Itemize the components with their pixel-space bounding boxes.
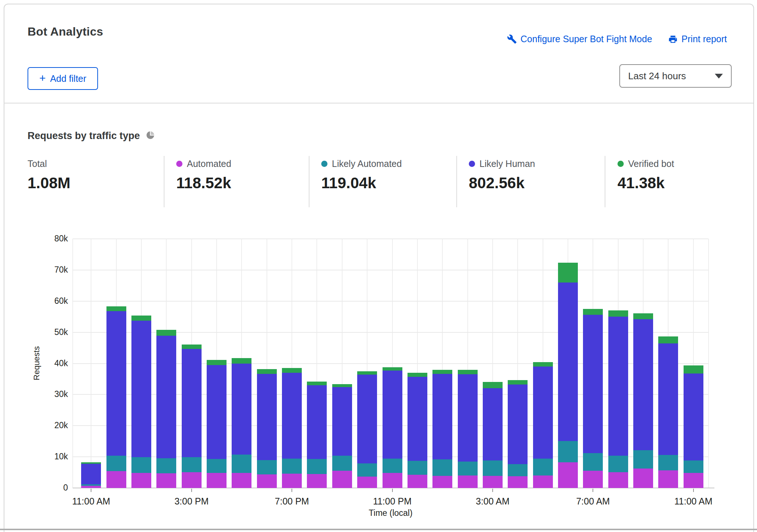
bar-segment-likely-human[interactable] bbox=[383, 371, 402, 459]
bar-segment-automated[interactable] bbox=[508, 476, 528, 488]
bar-segment-verified-bot[interactable] bbox=[156, 330, 176, 336]
bar-segment-likely-human[interactable] bbox=[332, 387, 352, 456]
bar-segment-likely-human[interactable] bbox=[106, 311, 126, 456]
bar-segment-verified-bot[interactable] bbox=[307, 382, 327, 385]
add-filter-button[interactable]: + Add filter bbox=[28, 67, 98, 90]
bar-segment-likely-human[interactable] bbox=[558, 283, 578, 441]
bar-segment-likely-human[interactable] bbox=[307, 385, 327, 459]
bar-segment-automated[interactable] bbox=[232, 473, 251, 488]
bar-segment-likely-human[interactable] bbox=[608, 317, 628, 456]
bar-segment-verified-bot[interactable] bbox=[106, 306, 126, 311]
bar-segment-automated[interactable] bbox=[332, 471, 352, 488]
bar-segment-likely-automated[interactable] bbox=[182, 457, 202, 472]
bar-segment-likely-automated[interactable] bbox=[131, 457, 151, 473]
bar-segment-likely-human[interactable] bbox=[684, 374, 703, 461]
bar-segment-automated[interactable] bbox=[533, 475, 553, 488]
bar-segment-verified-bot[interactable] bbox=[81, 462, 101, 463]
bar-segment-automated[interactable] bbox=[633, 469, 653, 488]
bar-segment-likely-automated[interactable] bbox=[483, 460, 503, 476]
bar-segment-verified-bot[interactable] bbox=[432, 370, 452, 374]
bar-segment-likely-automated[interactable] bbox=[533, 459, 553, 475]
bar-segment-automated[interactable] bbox=[483, 476, 503, 488]
bar-segment-likely-automated[interactable] bbox=[458, 462, 478, 475]
bar-segment-verified-bot[interactable] bbox=[332, 384, 352, 387]
bar-segment-likely-automated[interactable] bbox=[684, 460, 703, 473]
bar-segment-likely-automated[interactable] bbox=[357, 463, 377, 477]
bar-segment-verified-bot[interactable] bbox=[257, 369, 277, 374]
bar-segment-verified-bot[interactable] bbox=[684, 365, 703, 373]
bar-segment-automated[interactable] bbox=[182, 472, 202, 488]
bar-segment-verified-bot[interactable] bbox=[633, 313, 653, 319]
bar-segment-automated[interactable] bbox=[257, 474, 277, 488]
bar-segment-likely-automated[interactable] bbox=[106, 456, 126, 471]
bar-segment-likely-human[interactable] bbox=[633, 319, 653, 450]
bar-segment-likely-human[interactable] bbox=[432, 374, 452, 459]
bar-segment-verified-bot[interactable] bbox=[508, 380, 528, 385]
bar-segment-verified-bot[interactable] bbox=[383, 367, 402, 371]
bar-segment-likely-human[interactable] bbox=[131, 321, 151, 457]
bar-segment-automated[interactable] bbox=[307, 474, 327, 488]
bar-segment-likely-automated[interactable] bbox=[633, 450, 653, 469]
bar-segment-verified-bot[interactable] bbox=[483, 382, 503, 388]
bar-segment-verified-bot[interactable] bbox=[408, 373, 427, 377]
bar-segment-verified-bot[interactable] bbox=[232, 358, 251, 364]
bar-segment-likely-human[interactable] bbox=[583, 315, 603, 453]
bar-segment-likely-human[interactable] bbox=[156, 336, 176, 458]
bar-segment-automated[interactable] bbox=[608, 472, 628, 488]
bar-segment-automated[interactable] bbox=[458, 475, 478, 488]
time-range-dropdown[interactable]: Last 24 hours bbox=[619, 64, 732, 88]
print-report-link[interactable]: Print report bbox=[668, 34, 727, 44]
bar-segment-likely-human[interactable] bbox=[483, 388, 503, 461]
bar-segment-likely-human[interactable] bbox=[207, 365, 227, 459]
bar-segment-likely-automated[interactable] bbox=[658, 455, 678, 470]
bar-segment-likely-human[interactable] bbox=[458, 374, 478, 462]
bar-segment-likely-automated[interactable] bbox=[383, 459, 402, 473]
bar-segment-verified-bot[interactable] bbox=[357, 371, 377, 375]
bar-segment-verified-bot[interactable] bbox=[533, 362, 553, 367]
bar-segment-likely-human[interactable] bbox=[282, 373, 302, 459]
bar-segment-automated[interactable] bbox=[432, 476, 452, 488]
bar-segment-likely-automated[interactable] bbox=[232, 455, 251, 473]
bar-segment-verified-bot[interactable] bbox=[458, 370, 478, 374]
bar-segment-verified-bot[interactable] bbox=[207, 360, 227, 365]
bar-segment-automated[interactable] bbox=[131, 473, 151, 488]
bar-segment-likely-automated[interactable] bbox=[207, 459, 227, 473]
bar-segment-automated[interactable] bbox=[658, 470, 678, 488]
bar-segment-automated[interactable] bbox=[408, 475, 427, 488]
bar-segment-likely-automated[interactable] bbox=[282, 459, 302, 474]
bar-segment-verified-bot[interactable] bbox=[658, 336, 678, 344]
bar-segment-likely-automated[interactable] bbox=[608, 456, 628, 472]
bar-segment-automated[interactable] bbox=[156, 473, 176, 488]
bar-segment-likely-human[interactable] bbox=[232, 364, 251, 455]
bar-segment-likely-automated[interactable] bbox=[257, 460, 277, 474]
bar-segment-automated[interactable] bbox=[81, 486, 101, 488]
bar-segment-likely-human[interactable] bbox=[533, 367, 553, 459]
bar-segment-automated[interactable] bbox=[282, 474, 302, 488]
bar-segment-likely-automated[interactable] bbox=[432, 459, 452, 476]
bar-segment-likely-automated[interactable] bbox=[332, 456, 352, 471]
bar-segment-verified-bot[interactable] bbox=[558, 263, 578, 282]
bar-segment-automated[interactable] bbox=[207, 473, 227, 488]
bar-segment-likely-automated[interactable] bbox=[307, 459, 327, 474]
bar-segment-verified-bot[interactable] bbox=[583, 309, 603, 315]
bar-segment-automated[interactable] bbox=[357, 477, 377, 488]
bar-segment-likely-automated[interactable] bbox=[408, 461, 427, 474]
bar-segment-likely-human[interactable] bbox=[182, 349, 202, 457]
bar-segment-likely-human[interactable] bbox=[81, 464, 101, 484]
configure-super-bot-fight-mode-link[interactable]: Configure Super Bot Fight Mode bbox=[507, 34, 652, 44]
bar-segment-likely-automated[interactable] bbox=[583, 453, 603, 471]
bar-segment-likely-human[interactable] bbox=[257, 374, 277, 460]
bar-segment-likely-human[interactable] bbox=[357, 375, 377, 463]
bar-segment-verified-bot[interactable] bbox=[282, 368, 302, 373]
bar-segment-verified-bot[interactable] bbox=[182, 345, 202, 349]
bar-segment-likely-automated[interactable] bbox=[508, 464, 528, 476]
bar-segment-automated[interactable] bbox=[684, 473, 703, 488]
bar-segment-likely-human[interactable] bbox=[408, 377, 427, 461]
bar-segment-likely-automated[interactable] bbox=[81, 484, 101, 486]
bar-segment-automated[interactable] bbox=[383, 473, 402, 488]
bar-segment-automated[interactable] bbox=[106, 471, 126, 488]
bar-segment-likely-automated[interactable] bbox=[156, 458, 176, 473]
bar-segment-likely-automated[interactable] bbox=[558, 441, 578, 462]
bar-segment-likely-human[interactable] bbox=[508, 385, 528, 464]
bar-segment-verified-bot[interactable] bbox=[131, 316, 151, 321]
